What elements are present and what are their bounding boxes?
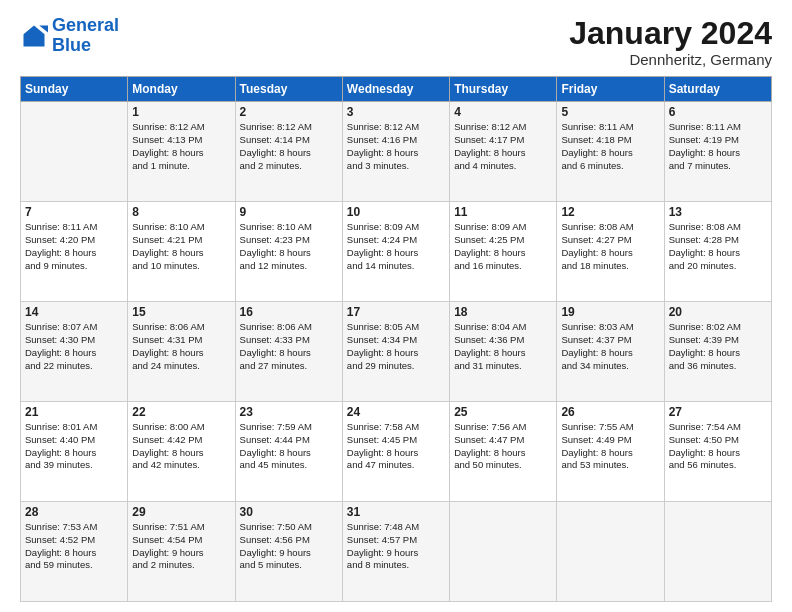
day-number: 22	[132, 405, 230, 419]
calendar-cell: 25Sunrise: 7:56 AM Sunset: 4:47 PM Dayli…	[450, 402, 557, 502]
cell-content: Sunrise: 8:05 AM Sunset: 4:34 PM Dayligh…	[347, 321, 445, 372]
day-number: 3	[347, 105, 445, 119]
cell-content: Sunrise: 7:53 AM Sunset: 4:52 PM Dayligh…	[25, 521, 123, 572]
cell-content: Sunrise: 8:06 AM Sunset: 4:33 PM Dayligh…	[240, 321, 338, 372]
cell-content: Sunrise: 7:54 AM Sunset: 4:50 PM Dayligh…	[669, 421, 767, 472]
day-number: 30	[240, 505, 338, 519]
cell-content: Sunrise: 8:09 AM Sunset: 4:24 PM Dayligh…	[347, 221, 445, 272]
day-number: 19	[561, 305, 659, 319]
day-number: 5	[561, 105, 659, 119]
day-number: 10	[347, 205, 445, 219]
calendar-cell: 1Sunrise: 8:12 AM Sunset: 4:13 PM Daylig…	[128, 102, 235, 202]
calendar-cell: 8Sunrise: 8:10 AM Sunset: 4:21 PM Daylig…	[128, 202, 235, 302]
day-number: 27	[669, 405, 767, 419]
cell-content: Sunrise: 7:51 AM Sunset: 4:54 PM Dayligh…	[132, 521, 230, 572]
day-number: 2	[240, 105, 338, 119]
cell-content: Sunrise: 7:50 AM Sunset: 4:56 PM Dayligh…	[240, 521, 338, 572]
cell-content: Sunrise: 8:12 AM Sunset: 4:16 PM Dayligh…	[347, 121, 445, 172]
day-number: 28	[25, 505, 123, 519]
weekday-header-cell: Tuesday	[235, 77, 342, 102]
day-number: 6	[669, 105, 767, 119]
weekday-header-cell: Friday	[557, 77, 664, 102]
day-number: 23	[240, 405, 338, 419]
logo-text: General Blue	[52, 16, 119, 56]
day-number: 11	[454, 205, 552, 219]
cell-content: Sunrise: 8:07 AM Sunset: 4:30 PM Dayligh…	[25, 321, 123, 372]
location-subtitle: Dennheritz, Germany	[569, 51, 772, 68]
cell-content: Sunrise: 7:55 AM Sunset: 4:49 PM Dayligh…	[561, 421, 659, 472]
calendar-cell: 26Sunrise: 7:55 AM Sunset: 4:49 PM Dayli…	[557, 402, 664, 502]
cell-content: Sunrise: 8:08 AM Sunset: 4:27 PM Dayligh…	[561, 221, 659, 272]
day-number: 21	[25, 405, 123, 419]
cell-content: Sunrise: 8:01 AM Sunset: 4:40 PM Dayligh…	[25, 421, 123, 472]
calendar-cell: 27Sunrise: 7:54 AM Sunset: 4:50 PM Dayli…	[664, 402, 771, 502]
calendar-body: 1Sunrise: 8:12 AM Sunset: 4:13 PM Daylig…	[21, 102, 772, 602]
cell-content: Sunrise: 8:08 AM Sunset: 4:28 PM Dayligh…	[669, 221, 767, 272]
cell-content: Sunrise: 7:56 AM Sunset: 4:47 PM Dayligh…	[454, 421, 552, 472]
cell-content: Sunrise: 7:59 AM Sunset: 4:44 PM Dayligh…	[240, 421, 338, 472]
calendar-cell: 10Sunrise: 8:09 AM Sunset: 4:24 PM Dayli…	[342, 202, 449, 302]
calendar-cell: 12Sunrise: 8:08 AM Sunset: 4:27 PM Dayli…	[557, 202, 664, 302]
calendar-cell: 22Sunrise: 8:00 AM Sunset: 4:42 PM Dayli…	[128, 402, 235, 502]
calendar-cell: 31Sunrise: 7:48 AM Sunset: 4:57 PM Dayli…	[342, 502, 449, 602]
logo: General Blue	[20, 16, 119, 56]
calendar-cell: 19Sunrise: 8:03 AM Sunset: 4:37 PM Dayli…	[557, 302, 664, 402]
weekday-header-row: SundayMondayTuesdayWednesdayThursdayFrid…	[21, 77, 772, 102]
cell-content: Sunrise: 7:48 AM Sunset: 4:57 PM Dayligh…	[347, 521, 445, 572]
day-number: 24	[347, 405, 445, 419]
logo-line2: Blue	[52, 35, 91, 55]
calendar-cell: 24Sunrise: 7:58 AM Sunset: 4:45 PM Dayli…	[342, 402, 449, 502]
cell-content: Sunrise: 8:12 AM Sunset: 4:14 PM Dayligh…	[240, 121, 338, 172]
logo-icon	[20, 22, 48, 50]
cell-content: Sunrise: 8:11 AM Sunset: 4:18 PM Dayligh…	[561, 121, 659, 172]
calendar-cell	[21, 102, 128, 202]
calendar-cell: 29Sunrise: 7:51 AM Sunset: 4:54 PM Dayli…	[128, 502, 235, 602]
calendar-cell: 17Sunrise: 8:05 AM Sunset: 4:34 PM Dayli…	[342, 302, 449, 402]
calendar-row: 21Sunrise: 8:01 AM Sunset: 4:40 PM Dayli…	[21, 402, 772, 502]
calendar-cell: 16Sunrise: 8:06 AM Sunset: 4:33 PM Dayli…	[235, 302, 342, 402]
calendar-cell: 13Sunrise: 8:08 AM Sunset: 4:28 PM Dayli…	[664, 202, 771, 302]
calendar-cell	[664, 502, 771, 602]
day-number: 26	[561, 405, 659, 419]
cell-content: Sunrise: 8:02 AM Sunset: 4:39 PM Dayligh…	[669, 321, 767, 372]
calendar-cell: 18Sunrise: 8:04 AM Sunset: 4:36 PM Dayli…	[450, 302, 557, 402]
day-number: 8	[132, 205, 230, 219]
day-number: 7	[25, 205, 123, 219]
weekday-header-cell: Thursday	[450, 77, 557, 102]
svg-marker-0	[24, 25, 45, 46]
weekday-header-cell: Sunday	[21, 77, 128, 102]
day-number: 16	[240, 305, 338, 319]
logo-line1: General	[52, 15, 119, 35]
calendar-row: 7Sunrise: 8:11 AM Sunset: 4:20 PM Daylig…	[21, 202, 772, 302]
day-number: 15	[132, 305, 230, 319]
title-block: January 2024 Dennheritz, Germany	[569, 16, 772, 68]
calendar-cell	[557, 502, 664, 602]
cell-content: Sunrise: 8:06 AM Sunset: 4:31 PM Dayligh…	[132, 321, 230, 372]
calendar-cell: 3Sunrise: 8:12 AM Sunset: 4:16 PM Daylig…	[342, 102, 449, 202]
cell-content: Sunrise: 8:11 AM Sunset: 4:20 PM Dayligh…	[25, 221, 123, 272]
calendar-cell: 2Sunrise: 8:12 AM Sunset: 4:14 PM Daylig…	[235, 102, 342, 202]
calendar-cell: 28Sunrise: 7:53 AM Sunset: 4:52 PM Dayli…	[21, 502, 128, 602]
cell-content: Sunrise: 8:00 AM Sunset: 4:42 PM Dayligh…	[132, 421, 230, 472]
calendar-cell: 14Sunrise: 8:07 AM Sunset: 4:30 PM Dayli…	[21, 302, 128, 402]
cell-content: Sunrise: 8:11 AM Sunset: 4:19 PM Dayligh…	[669, 121, 767, 172]
month-title: January 2024	[569, 16, 772, 51]
day-number: 12	[561, 205, 659, 219]
calendar-cell: 9Sunrise: 8:10 AM Sunset: 4:23 PM Daylig…	[235, 202, 342, 302]
day-number: 18	[454, 305, 552, 319]
weekday-header-cell: Wednesday	[342, 77, 449, 102]
calendar-cell	[450, 502, 557, 602]
calendar-row: 1Sunrise: 8:12 AM Sunset: 4:13 PM Daylig…	[21, 102, 772, 202]
cell-content: Sunrise: 8:03 AM Sunset: 4:37 PM Dayligh…	[561, 321, 659, 372]
weekday-header-cell: Monday	[128, 77, 235, 102]
cell-content: Sunrise: 8:10 AM Sunset: 4:23 PM Dayligh…	[240, 221, 338, 272]
calendar-row: 28Sunrise: 7:53 AM Sunset: 4:52 PM Dayli…	[21, 502, 772, 602]
cell-content: Sunrise: 8:12 AM Sunset: 4:17 PM Dayligh…	[454, 121, 552, 172]
day-number: 20	[669, 305, 767, 319]
weekday-header-cell: Saturday	[664, 77, 771, 102]
calendar-cell: 7Sunrise: 8:11 AM Sunset: 4:20 PM Daylig…	[21, 202, 128, 302]
cell-content: Sunrise: 8:12 AM Sunset: 4:13 PM Dayligh…	[132, 121, 230, 172]
cell-content: Sunrise: 7:58 AM Sunset: 4:45 PM Dayligh…	[347, 421, 445, 472]
calendar-cell: 11Sunrise: 8:09 AM Sunset: 4:25 PM Dayli…	[450, 202, 557, 302]
calendar-cell: 4Sunrise: 8:12 AM Sunset: 4:17 PM Daylig…	[450, 102, 557, 202]
